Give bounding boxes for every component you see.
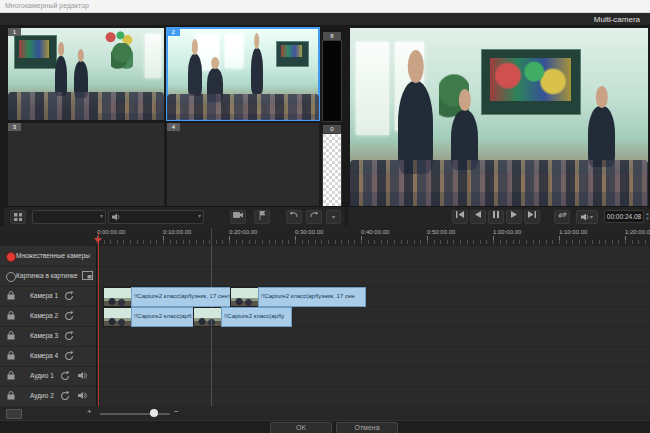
step-back-button[interactable] (470, 210, 486, 224)
camera-icon-button[interactable] (230, 210, 246, 224)
camera-grid-panel: 1 2 8 3 4 0 ▾ (4, 25, 345, 226)
track-manager-icon[interactable] (6, 409, 22, 419)
timecode-field[interactable]: 00:00:24.08 ▲▼ (604, 210, 644, 223)
camera-icon (233, 211, 243, 219)
camera-1-number: 1 (8, 28, 21, 36)
clip-camera1-2[interactable]: !!Capture2 класс(арбузник, 17 сен (230, 287, 364, 305)
marker-icon (259, 211, 266, 220)
zoom-out-label[interactable]: − (174, 407, 179, 416)
window-titlebar[interactable]: Многокамерный редактор (0, 0, 650, 13)
source-dropdown[interactable]: ▾ (32, 210, 106, 224)
camera-strip-0-number: 0 (323, 125, 341, 133)
lock-icon[interactable] (7, 391, 15, 400)
lock-icon[interactable] (7, 311, 15, 320)
timeline-ruler[interactable]: 0:00:00.00 0:10:00.00 0:20:00.00 0:30:00… (97, 228, 650, 244)
camera-slot-3[interactable]: 3 (8, 123, 164, 206)
track-label: Аудио 2 (30, 392, 54, 399)
sync-icon[interactable] (64, 351, 74, 361)
ok-button[interactable]: OK (270, 422, 332, 433)
speaker-icon[interactable] (78, 371, 88, 380)
audio-source-dropdown[interactable]: ▾ (108, 210, 204, 224)
track-label: Камера 3 (30, 332, 58, 339)
transport-bar: ▾ 00:00:24.08 ▲▼ (348, 206, 650, 227)
camera-2-number: 2 (167, 28, 180, 36)
camera-slot-1[interactable]: 1 (8, 28, 164, 120)
volume-button[interactable]: ▾ (576, 210, 598, 224)
sync-icon[interactable] (60, 391, 70, 401)
sync-icon[interactable] (64, 311, 74, 321)
chevron-down-icon: ▾ (100, 211, 103, 222)
step-forward-button[interactable] (506, 210, 522, 224)
record-icon[interactable] (6, 252, 16, 262)
pause-icon (493, 211, 499, 218)
track-header-camera-2: Камера 2 (0, 306, 96, 327)
radio-circle-icon[interactable] (6, 272, 16, 282)
sync-icon[interactable] (64, 331, 74, 341)
skip-end-icon (528, 211, 536, 218)
lane-audio-2[interactable] (97, 386, 650, 407)
ruler-tick-label: 0:40:00.00 (361, 229, 389, 235)
zoom-slider[interactable] (100, 413, 170, 415)
clip-thumbnail (103, 287, 132, 307)
track-header-camera-3: Камера 3 (0, 326, 96, 347)
camera-slot-2[interactable]: 2 (167, 28, 319, 120)
clip-camera2-1[interactable]: !!Capture2 класс(арб (103, 307, 193, 325)
lane-camera-4[interactable] (97, 346, 650, 367)
options-dropdown[interactable]: ▾ (326, 210, 341, 224)
zoom-in-label[interactable]: + (87, 407, 92, 416)
ruler-tick-label: 0:20:00.00 (229, 229, 257, 235)
playhead-marker[interactable] (94, 238, 102, 243)
ruler-tick-label: 1:10:00.00 (559, 229, 587, 235)
multicam-editor-window: Многокамерный редактор Multi-camera 1 (0, 0, 650, 433)
playhead[interactable] (98, 232, 99, 406)
timecode-value: 00:00:24.08 (607, 213, 641, 220)
clip-camera2-2[interactable]: !!Capture2 класс(арбу (193, 307, 290, 325)
clip-label: !!Capture2 класс(арбу (221, 307, 292, 327)
marker-button[interactable] (254, 210, 270, 224)
lock-icon[interactable] (7, 331, 15, 340)
timeline-panel: 0:00:00.00 0:10:00.00 0:20:00.00 0:30:00… (0, 226, 650, 433)
loop-button[interactable] (554, 210, 570, 224)
lane-multicam[interactable] (97, 246, 650, 267)
camera-strip-0[interactable]: 0 (322, 133, 342, 208)
cancel-button[interactable]: Отмена (336, 422, 398, 433)
skip-start-button[interactable] (452, 210, 468, 224)
zoom-slider-handle[interactable] (150, 409, 158, 417)
lock-icon[interactable] (7, 351, 15, 360)
track-label: Камера 2 (30, 312, 58, 319)
redo-icon (309, 211, 319, 219)
skip-end-button[interactable] (524, 210, 540, 224)
camera-strip-8[interactable]: 8 (322, 40, 342, 122)
pause-button[interactable] (488, 210, 504, 224)
redo-button[interactable] (306, 210, 322, 224)
lock-icon[interactable] (7, 371, 15, 380)
layout-grid-icon[interactable] (10, 210, 26, 224)
ruler-tick-label: 0:00:00.00 (97, 229, 125, 235)
lane-camera-2[interactable]: !!Capture2 класс(арб !!Capture2 класс(ар… (97, 306, 650, 327)
timecode-stepper[interactable]: ▲▼ (644, 211, 650, 222)
camera-slot-4[interactable]: 4 (167, 123, 319, 206)
pip-icon[interactable] (82, 271, 93, 280)
track-label: Камера 1 (30, 292, 58, 299)
sync-icon[interactable] (64, 291, 74, 301)
undo-button[interactable] (286, 210, 302, 224)
sync-icon[interactable] (60, 371, 70, 381)
preview-panel: ▾ 00:00:24.08 ▲▼ (348, 25, 650, 226)
main-preview (350, 28, 648, 206)
camera-grid-toolbar: ▾ ▾ ▾ (4, 206, 345, 227)
skip-start-icon (456, 211, 464, 218)
chevron-down-icon: ▾ (332, 214, 335, 220)
lane-camera-3[interactable] (97, 326, 650, 347)
speaker-icon[interactable] (78, 391, 88, 400)
track-label: Камера 4 (30, 352, 58, 359)
timeline-zoom-row: + − (0, 406, 650, 421)
track-lanes[interactable]: !!Capture2 класс(арбузник, 17 сент !!Cap… (97, 246, 650, 406)
track-header-audio-1: Аудио 1 (0, 366, 96, 387)
lane-pip[interactable] (97, 266, 650, 287)
lock-icon[interactable] (7, 291, 15, 300)
lane-camera-1[interactable]: !!Capture2 класс(арбузник, 17 сент !!Cap… (97, 286, 650, 307)
ruler-tick-label: 0:10:00.00 (163, 229, 191, 235)
lane-audio-1[interactable] (97, 366, 650, 387)
track-label: Аудио 1 (30, 372, 54, 379)
timeline-guide-line (211, 228, 212, 406)
